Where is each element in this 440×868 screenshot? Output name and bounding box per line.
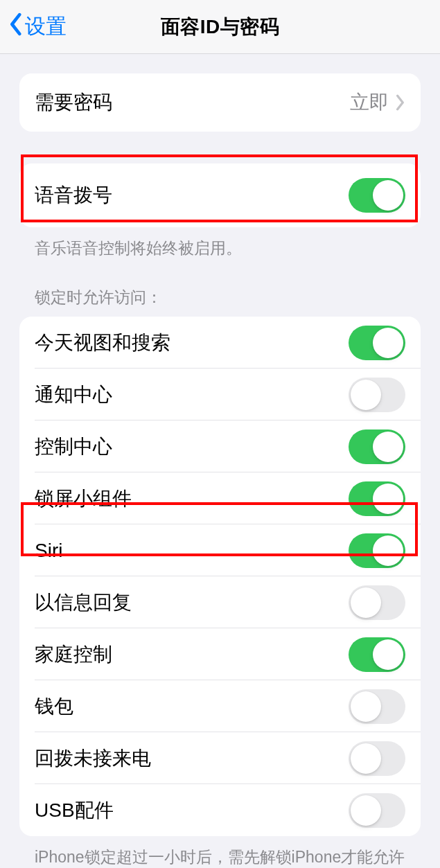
lock-item-label: 家庭控制	[35, 641, 349, 668]
lock-item-toggle[interactable]	[349, 741, 405, 776]
lock-item-toggle[interactable]	[349, 378, 405, 412]
lock-item-toggle[interactable]	[349, 533, 405, 568]
lock-item-toggle[interactable]	[349, 481, 405, 516]
lock-item-toggle[interactable]	[349, 585, 405, 620]
row-lock-item: 回拨未接来电	[19, 732, 421, 784]
lock-item-toggle[interactable]	[349, 637, 405, 672]
voice-dial-toggle[interactable]	[349, 178, 405, 213]
row-require-passcode[interactable]: 需要密码 立即	[19, 73, 421, 132]
lock-item-label: USB配件	[35, 797, 349, 824]
row-lock-item: 控制中心	[19, 420, 421, 472]
lock-item-toggle[interactable]	[349, 689, 405, 724]
row-voice-dial: 语音拨号	[19, 163, 421, 227]
row-lock-item: 钱包	[19, 680, 421, 732]
navbar: 设置 面容ID与密码	[0, 0, 440, 54]
back-label: 设置	[25, 12, 67, 41]
voice-dial-label: 语音拨号	[35, 182, 349, 209]
lock-access-header: 锁定时允许访问：	[19, 259, 421, 317]
group-voice-dial: 语音拨号	[19, 163, 421, 227]
lock-item-label: 以信息回复	[35, 590, 349, 616]
row-lock-item: Siri	[19, 524, 421, 576]
lock-item-label: Siri	[35, 540, 349, 562]
lock-item-toggle[interactable]	[349, 793, 405, 828]
lock-item-toggle[interactable]	[349, 429, 405, 464]
row-lock-item: 今天视图和搜索	[19, 317, 421, 369]
lock-access-footer: iPhone锁定超过一小时后，需先解锁iPhone才能允许 USB 配件连接。	[19, 836, 421, 868]
lock-item-label: 锁屏小组件	[35, 486, 349, 512]
lock-item-toggle[interactable]	[349, 326, 405, 360]
lock-item-label: 通知中心	[35, 382, 349, 408]
lock-item-label: 控制中心	[35, 434, 349, 460]
row-lock-item: USB配件	[19, 784, 421, 836]
require-passcode-value: 立即	[350, 89, 389, 116]
chevron-right-icon	[396, 94, 405, 111]
row-lock-item: 通知中心	[19, 369, 421, 420]
row-lock-item: 家庭控制	[19, 628, 421, 680]
voice-dial-footer: 音乐语音控制将始终被启用。	[19, 227, 421, 259]
chevron-left-icon	[8, 12, 25, 41]
lock-item-label: 钱包	[35, 693, 349, 720]
lock-item-label: 今天视图和搜索	[35, 330, 349, 356]
row-lock-item: 以信息回复	[19, 576, 421, 628]
page-title: 面容ID与密码	[161, 14, 280, 40]
group-passcode: 需要密码 立即	[19, 73, 421, 132]
row-lock-item: 锁屏小组件	[19, 472, 421, 524]
lock-item-label: 回拨未接来电	[35, 745, 349, 772]
back-button[interactable]: 设置	[8, 0, 67, 53]
require-passcode-label: 需要密码	[35, 89, 350, 116]
group-lock-access: 今天视图和搜索通知中心控制中心锁屏小组件Siri以信息回复家庭控制钱包回拨未接来…	[19, 317, 421, 836]
